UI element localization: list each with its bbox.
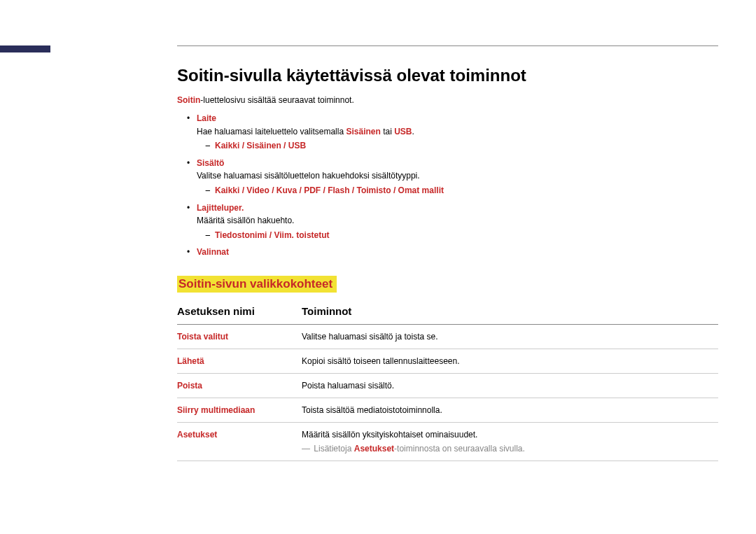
row-name: Asetukset: [177, 430, 217, 440]
item-label: Lajitteluper.: [197, 203, 244, 213]
list-item: Sisältö Valitse haluamasi sisältöluettel…: [187, 157, 718, 197]
intro-rest: -luettelosivu sisältää seuraavat toiminn…: [200, 95, 354, 105]
row-name: Lähetä: [177, 356, 204, 366]
item-sub: Kaikki / Video / Kuva / PDF / Flash / To…: [215, 185, 444, 195]
list-item: Lajitteluper. Määritä sisällön hakuehto.…: [187, 202, 718, 242]
item-label: Valinnat: [197, 247, 229, 257]
row-note: ― Lisätietoja Asetukset-toiminnosta on s…: [302, 444, 718, 454]
col-head-func: Toiminnot: [302, 300, 718, 325]
table-row: Poista Poista haluamasi sisältö.: [177, 373, 718, 398]
row-name: Siirry multimediaan: [177, 405, 255, 415]
table-row: Asetukset Määritä sisällön yksityiskohta…: [177, 422, 718, 461]
item-desc: Hae haluamasi laiteluettelo valitsemalla…: [197, 125, 718, 139]
row-func: Toista sisältöä mediatoistotoiminnolla.: [302, 398, 718, 422]
item-label: Laite: [197, 113, 216, 123]
col-head-name: Asetuksen nimi: [177, 300, 302, 325]
page-title: Soitin-sivulla käytettävissä olevat toim…: [177, 66, 718, 85]
row-func: Valitse haluamasi sisältö ja toista se.: [302, 324, 718, 349]
row-func: Määritä sisällön yksityiskohtaiset omina…: [302, 422, 718, 461]
item-sub: Tiedostonimi / Viim. toistetut: [215, 230, 330, 240]
menu-table: Asetuksen nimi Toiminnot Toista valitut …: [177, 300, 718, 461]
row-name: Poista: [177, 381, 202, 391]
item-desc: Määritä sisällön hakuehto.: [197, 214, 718, 227]
item-sub: Kaikki / Sisäinen / USB: [215, 141, 306, 150]
side-accent-bar: [0, 45, 50, 52]
menu-items-heading: Soitin-sivun valikkokohteet: [177, 276, 337, 293]
feature-list: Laite Hae haluamasi laiteluettelo valits…: [187, 112, 718, 259]
row-func: Poista haluamasi sisältö.: [302, 373, 718, 398]
table-row: Lähetä Kopioi sisältö toiseen tallennusl…: [177, 349, 718, 373]
item-label: Sisältö: [197, 158, 224, 168]
list-item: Laite Hae haluamasi laiteluettelo valits…: [187, 112, 718, 153]
item-desc: Valitse haluamasi sisältöluettelon hakue…: [197, 169, 718, 183]
row-name: Toista valitut: [177, 332, 228, 342]
intro-keyword: Soitin: [177, 95, 200, 105]
list-item: Valinnat: [187, 246, 718, 259]
table-row: Siirry multimediaan Toista sisältöä medi…: [177, 398, 718, 422]
row-func: Kopioi sisältö toiseen tallennuslaittees…: [302, 349, 718, 373]
page-content: Soitin-sivulla käytettävissä olevat toim…: [177, 45, 718, 461]
intro-text: Soitin-luettelosivu sisältää seuraavat t…: [177, 95, 718, 105]
table-row: Toista valitut Valitse haluamasi sisältö…: [177, 324, 718, 349]
top-rule: [177, 45, 718, 46]
